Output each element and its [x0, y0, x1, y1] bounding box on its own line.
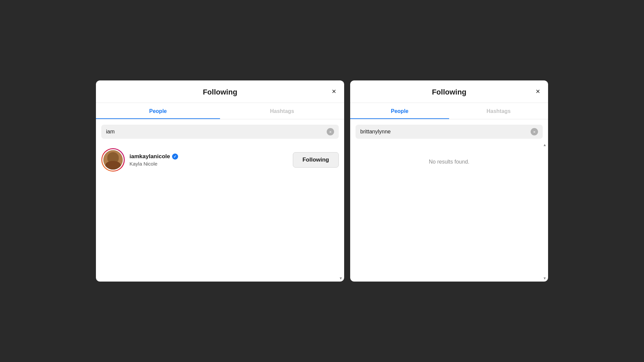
results-wrapper-right: No results found. ▲ ▼	[350, 141, 548, 282]
clear-search-left[interactable]: ×	[327, 128, 334, 135]
dialog-title-left: Following	[203, 88, 237, 97]
tab-people-right[interactable]: People	[350, 103, 449, 119]
table-row: iamkaylanicole Kayla Nicole Following	[101, 145, 339, 174]
avatar-image	[103, 150, 123, 170]
dialog-header-left: Following ×	[96, 80, 344, 103]
username-text: iamkaylanicole	[129, 153, 170, 160]
following-dialog-right: Following × People Hashtags × No results…	[350, 80, 548, 282]
search-area-right: ×	[350, 119, 548, 141]
following-dialog-left: Following × People Hashtags ×	[96, 80, 344, 282]
user-info: iamkaylanicole Kayla Nicole	[129, 153, 293, 167]
display-name-text: Kayla Nicole	[129, 161, 293, 167]
close-button-left[interactable]: ×	[332, 88, 336, 95]
tab-people-left[interactable]: People	[96, 103, 220, 119]
scroll-down-right[interactable]: ▼	[542, 276, 547, 281]
search-input-right[interactable]	[360, 129, 531, 135]
results-area-right: No results found.	[350, 141, 548, 169]
tab-hashtags-left[interactable]: Hashtags	[220, 103, 344, 119]
dialog-title-right: Following	[432, 88, 467, 97]
clear-search-right[interactable]: ×	[531, 128, 538, 135]
dialog-header-right: Following ×	[350, 80, 548, 103]
close-button-right[interactable]: ×	[536, 88, 540, 95]
avatar-inner	[102, 149, 124, 171]
results-area-left: iamkaylanicole Kayla Nicole Following	[96, 141, 344, 178]
scroll-up-right[interactable]: ▲	[542, 142, 547, 147]
search-input-left[interactable]	[106, 129, 327, 135]
tabs-left: People Hashtags	[96, 103, 344, 119]
scroll-down-left[interactable]: ▼	[338, 276, 343, 281]
search-area-left: ×	[96, 119, 344, 141]
tab-hashtags-right[interactable]: Hashtags	[449, 103, 548, 119]
verified-badge-icon	[172, 154, 178, 160]
username-row: iamkaylanicole	[129, 153, 293, 160]
tabs-right: People Hashtags	[350, 103, 548, 119]
no-results-text: No results found.	[356, 159, 543, 165]
avatar	[101, 148, 125, 172]
following-button[interactable]: Following	[293, 152, 339, 168]
results-wrapper-left: iamkaylanicole Kayla Nicole Following ▼	[96, 141, 344, 282]
search-box-left: ×	[101, 125, 339, 139]
search-box-right: ×	[356, 125, 543, 139]
